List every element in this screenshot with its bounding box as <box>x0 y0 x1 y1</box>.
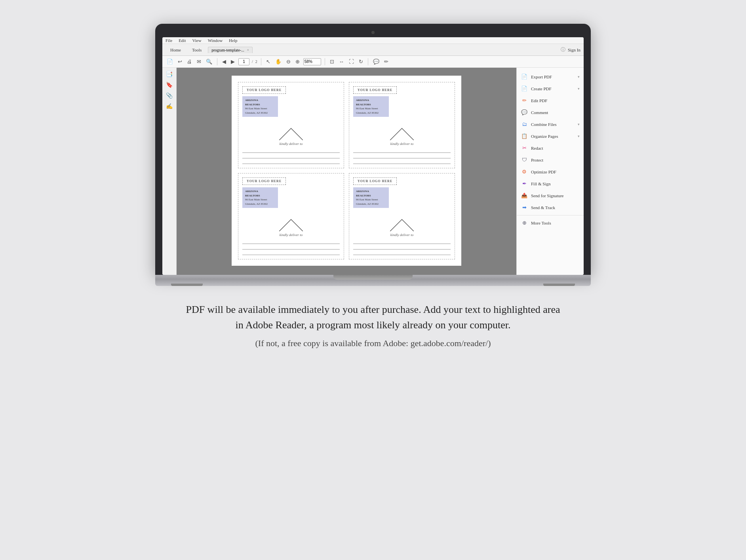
tab-tools[interactable]: Tools <box>187 46 206 54</box>
panel-edit-pdf[interactable]: ✏ Edit PDF <box>517 95 584 107</box>
fit-page-icon[interactable]: ⊡ <box>329 58 335 65</box>
sep4 <box>368 58 368 65</box>
panel-protect[interactable]: 🛡 Protect <box>517 154 584 166</box>
cursor-icon[interactable]: ↖ <box>265 58 272 65</box>
line-3a <box>242 240 340 244</box>
house-roof-1 <box>279 126 303 140</box>
panel-organize-pages[interactable]: 📋 Organize Pages ▾ <box>517 130 584 142</box>
laptop-base <box>155 275 591 286</box>
menu-view[interactable]: View <box>192 38 201 43</box>
panel-send-track[interactable]: ➡ Send & Track <box>517 202 584 213</box>
open-icon[interactable]: ↩ <box>177 58 183 65</box>
page-thumbnail-icon[interactable]: 📑 <box>166 71 173 78</box>
house-roof-2 <box>390 126 414 140</box>
kindly-text-1: kindly deliver to <box>280 142 303 146</box>
screen-bezel: File Edit View Window Help Home Tools pr… <box>155 24 591 275</box>
tab-home[interactable]: Home <box>166 46 186 54</box>
sep3 <box>325 58 325 65</box>
tab-close-button[interactable]: × <box>247 48 249 52</box>
company-4: ARIZONAREALTORS <box>356 189 386 198</box>
menu-help[interactable]: Help <box>229 38 237 43</box>
kindly-text-4: kindly deliver to <box>390 233 413 237</box>
menu-window[interactable]: Window <box>208 38 223 43</box>
edit-pdf-icon: ✏ <box>521 97 528 104</box>
pdf-canvas: YOUR LOGO HERE ARIZONAREALTORS 96 East M… <box>177 68 516 275</box>
optimize-pdf-label: Optimize PDF <box>531 170 580 174</box>
zoom-out-icon[interactable]: ⊖ <box>285 58 292 65</box>
sign-in-area: ⓘ Sign In <box>561 46 580 53</box>
optimize-pdf-icon: ⚙ <box>521 168 528 175</box>
email-icon[interactable]: ✉ <box>196 58 202 65</box>
house-roof-4 <box>390 217 414 231</box>
panel-fill-sign[interactable]: ✒ Fill & Sign <box>517 178 584 190</box>
address2-2: Glendale, AZ 85302 <box>356 111 386 115</box>
export-pdf-arrow: ▾ <box>578 75 580 79</box>
send-signature-icon: 📤 <box>521 192 528 199</box>
kindly-text-2: kindly deliver to <box>390 142 413 146</box>
address2-4: Glendale, AZ 85302 <box>356 202 386 206</box>
main-content: 📑 🔖 📎 ✍ YOUR LOGO HERE ARIZONAREALTORS 9 <box>162 68 584 275</box>
left-panel: 📑 🔖 📎 ✍ <box>162 68 177 275</box>
next-page-icon[interactable]: ▶ <box>230 58 236 65</box>
logo-box-2: YOUR LOGO HERE <box>353 86 397 94</box>
panel-combine-files[interactable]: 🗂 Combine Files ▾ <box>517 118 584 130</box>
panel-comment[interactable]: 💬 Comment <box>517 107 584 118</box>
address-box-2: ARIZONAREALTORS 96 East Main Street Glen… <box>353 96 389 117</box>
help-icon: ⓘ <box>561 46 565 53</box>
envelope-card-4: YOUR LOGO HERE ARIZONAREALTORS 96 East M… <box>349 173 455 259</box>
attachment-icon[interactable]: 📎 <box>166 92 173 99</box>
rotate-icon[interactable]: ↻ <box>358 58 364 65</box>
deliver-area-2: kindly deliver to <box>353 119 451 164</box>
address-box-1: ARIZONAREALTORS 96 East Main Street Glen… <box>242 96 278 117</box>
panel-more-tools[interactable]: ⊕ More Tools <box>517 217 584 229</box>
tab-file[interactable]: program-template-... × <box>208 47 253 53</box>
envelope-card-1: YOUR LOGO HERE ARIZONAREALTORS 96 East M… <box>238 82 344 168</box>
menu-edit[interactable]: Edit <box>179 38 186 43</box>
line-3c <box>242 251 340 255</box>
comment-label: Comment <box>531 110 580 115</box>
panel-redact[interactable]: ✂ Redact <box>517 142 584 154</box>
zoom-input[interactable] <box>303 58 321 65</box>
menu-bar: File Edit View Window Help <box>162 37 584 44</box>
signature-icon[interactable]: ✍ <box>166 103 173 110</box>
comment-icon[interactable]: 💬 <box>372 58 381 65</box>
protect-label: Protect <box>531 158 580 162</box>
page-input[interactable] <box>238 58 249 65</box>
hand-icon[interactable]: ✋ <box>274 58 283 65</box>
kindly-text-3: kindly deliver to <box>280 233 303 237</box>
panel-divider <box>517 215 584 215</box>
redact-label: Redact <box>531 146 580 150</box>
sign-in-button[interactable]: Sign In <box>568 48 580 52</box>
address1-1: 96 East Main Street <box>245 107 275 111</box>
line-4a <box>353 240 451 244</box>
address1-4: 96 East Main Street <box>356 198 386 202</box>
panel-optimize-pdf[interactable]: ⚙ Optimize PDF <box>517 166 584 178</box>
logo-box-1: YOUR LOGO HERE <box>242 86 286 94</box>
bookmark-icon[interactable]: 🔖 <box>166 82 173 88</box>
panel-send-signature[interactable]: 📤 Send for Signature <box>517 190 584 202</box>
right-panel: 📄 Export PDF ▾ 📄 Create PDF ▾ ✏ Edit PDF <box>516 68 584 275</box>
address-box-3: ARIZONAREALTORS 96 East Main Street Glen… <box>242 187 278 208</box>
menu-file[interactable]: File <box>166 38 172 43</box>
zoom-in-icon[interactable]: ⊕ <box>294 58 301 65</box>
company-3: ARIZONAREALTORS <box>245 189 275 198</box>
create-pdf-label: Create PDF <box>531 86 575 91</box>
line-1a <box>242 149 340 153</box>
fullscreen-icon[interactable]: ⛶ <box>348 58 355 65</box>
fit-width-icon[interactable]: ↔ <box>338 58 345 65</box>
deliver-area-1: kindly deliver to <box>242 119 340 164</box>
more-tools-icon: ⊕ <box>521 219 528 227</box>
organize-pages-icon: 📋 <box>521 133 528 140</box>
address-lines-4 <box>353 240 451 255</box>
print-icon[interactable]: 🖨 <box>186 58 193 65</box>
panel-export-pdf[interactable]: 📄 Export PDF ▾ <box>517 71 584 83</box>
markup-icon[interactable]: ✏ <box>383 58 390 65</box>
new-icon[interactable]: 📄 <box>166 58 174 65</box>
prev-page-icon[interactable]: ◀ <box>221 58 227 65</box>
sep2 <box>261 58 261 65</box>
fill-sign-label: Fill & Sign <box>531 181 580 186</box>
panel-create-pdf[interactable]: 📄 Create PDF ▾ <box>517 83 584 95</box>
address2-3: Glendale, AZ 85302 <box>245 202 275 206</box>
address1-3: 96 East Main Street <box>245 198 275 202</box>
search-icon[interactable]: 🔍 <box>205 58 213 65</box>
